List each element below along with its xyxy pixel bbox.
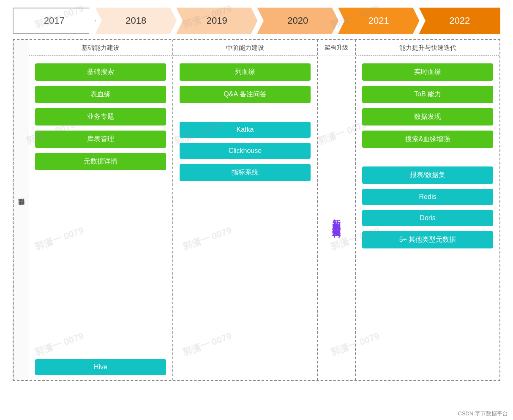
col-col2: 中阶能力建设列血缘Q&A 备注问答KafkaClickhouse指标系统 [173, 40, 318, 380]
arch-upgrade-text: 新架构升级重构 [330, 212, 342, 224]
col-body-col4: 实时血缘ToB 能力数据发现搜索&血缘增强报表/数据集RedisDoris5+ … [356, 56, 499, 380]
teal-item: Doris [362, 210, 493, 226]
col-col1: 基础能力建设基础搜索表血缘业务专题库表管理元数据详情Hive [29, 40, 173, 380]
col-header-col3: 架构升级 [318, 40, 355, 55]
timeline-year-2022: 2022 [419, 8, 501, 34]
teal-item: Clickhouse [180, 143, 311, 159]
footer: CSDN·字节数据平台 [458, 410, 508, 417]
timeline-year-2019: 2019 [176, 8, 258, 34]
green-item: 库表管理 [35, 131, 166, 148]
teal-item: Kafka [180, 122, 311, 138]
columns-wrapper: 基础能力建设基础搜索表血缘业务专题库表管理元数据详情Hive中阶能力建设列血缘Q… [29, 40, 499, 380]
main-area: 元数据治理 基础能力建设基础搜索表血缘业务专题库表管理元数据详情Hive中阶能力… [13, 39, 500, 381]
col-col3: 架构升级新架构升级重构 [318, 40, 356, 380]
timeline: 201720182019202020212022 [0, 0, 513, 39]
col-body-col2: 列血缘Q&A 备注问答KafkaClickhouse指标系统 [173, 56, 317, 380]
teal-item: 5+ 其他类型元数据 [362, 231, 493, 248]
col-col4: 能力提升与快速迭代实时血缘ToB 能力数据发现搜索&血缘增强报表/数据集Redi… [356, 40, 499, 380]
timeline-year-2021: 2021 [338, 8, 420, 34]
green-item: 业务专题 [35, 108, 166, 125]
col-body-col3: 新架构升级重构 [318, 55, 355, 380]
green-item: 搜索&血缘增强 [362, 131, 493, 148]
timeline-year-2018: 2018 [96, 8, 177, 34]
col-body-col1: 基础搜索表血缘业务专题库表管理元数据详情Hive [29, 56, 172, 380]
green-item: 数据发现 [362, 108, 493, 125]
green-item: 列血缘 [180, 63, 311, 81]
col-header-col4: 能力提升与快速迭代 [356, 40, 499, 56]
teal-item: 指标系统 [180, 164, 311, 181]
green-item: 实时血缘 [362, 63, 493, 81]
timeline-year-2020: 2020 [257, 8, 339, 34]
teal-item: Redis [362, 189, 493, 205]
teal-item: Hive [35, 359, 166, 375]
green-item: 元数据详情 [35, 153, 166, 170]
green-item: 表血缘 [35, 86, 166, 103]
col-header-col2: 中阶能力建设 [173, 40, 317, 56]
timeline-year-2017: 2017 [13, 8, 96, 34]
green-item: 基础搜索 [35, 63, 166, 81]
green-item: Q&A 备注问答 [180, 86, 311, 103]
teal-item: 报表/数据集 [362, 166, 493, 184]
col-header-col1: 基础能力建设 [29, 40, 172, 56]
green-item: ToB 能力 [362, 86, 493, 103]
vertical-label: 元数据治理 [14, 40, 29, 380]
